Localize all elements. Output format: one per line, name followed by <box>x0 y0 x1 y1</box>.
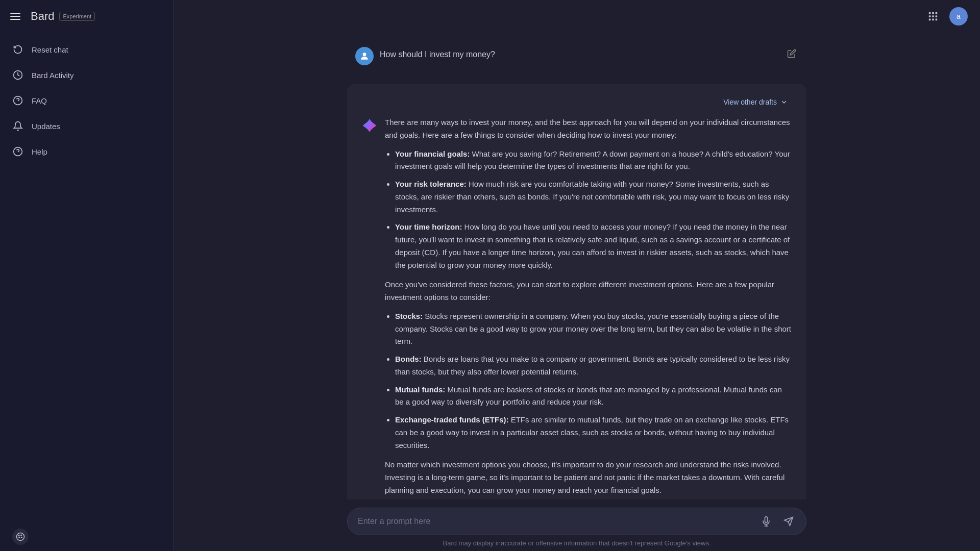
response-closing: No matter which investment options you c… <box>385 459 792 496</box>
input-area: Bard may display inaccurate or offensive… <box>174 499 980 551</box>
input-row <box>347 508 806 535</box>
svg-point-19 <box>363 53 366 56</box>
user-message: How should I invest my money? <box>347 41 806 71</box>
svg-rect-12 <box>936 12 938 14</box>
sidebar-item-reset-chat[interactable]: Reset chat <box>0 37 165 62</box>
sidebar-bottom <box>0 522 173 551</box>
sidebar-item-label-updates: Updates <box>32 122 60 131</box>
reset-chat-icon <box>12 44 23 55</box>
sidebar-item-label-faq: FAQ <box>32 96 47 105</box>
svg-rect-17 <box>932 19 934 21</box>
svg-point-7 <box>21 535 22 536</box>
svg-rect-13 <box>929 15 931 17</box>
sidebar-item-label-reset-chat: Reset chat <box>32 45 68 54</box>
send-button[interactable] <box>779 512 798 531</box>
view-drafts-label: View other drafts <box>723 98 777 106</box>
svg-rect-10 <box>929 12 931 14</box>
user-question-text: How should I invest my money? <box>380 47 779 59</box>
updates-icon <box>12 120 23 132</box>
bullet-bonds: Bonds: Bonds are loans that you make to … <box>395 353 792 379</box>
bullet-risk-tolerance: Your risk tolerance: How much risk are y… <box>395 178 792 216</box>
svg-point-9 <box>21 537 22 538</box>
user-avatar-button[interactable]: a <box>949 7 968 26</box>
sidebar-item-faq[interactable]: FAQ <box>0 88 165 113</box>
sidebar-item-label-bard-activity: Bard Activity <box>32 71 74 80</box>
response-intro: There are many ways to invest your money… <box>385 116 792 142</box>
svg-point-6 <box>18 535 19 536</box>
bullet-etfs: Exchange-traded funds (ETFs): ETFs are s… <box>395 414 792 452</box>
response-bullets-1: Your financial goals: What are you savin… <box>395 148 792 272</box>
bard-logo-icon <box>361 117 378 134</box>
svg-rect-11 <box>932 12 934 14</box>
sidebar: Bard Experiment Reset chat Bard Acti <box>0 0 174 551</box>
brand-area: Bard Experiment <box>31 10 95 23</box>
bard-activity-icon <box>12 69 23 81</box>
view-drafts-button[interactable]: View other drafts <box>719 96 792 108</box>
svg-point-8 <box>19 537 20 538</box>
topbar: a <box>911 0 980 33</box>
brand-name: Bard <box>31 10 54 23</box>
svg-rect-16 <box>929 19 931 21</box>
response-text: There are many ways to invest your money… <box>385 116 792 503</box>
bard-icon-area: There are many ways to invest your money… <box>361 116 792 503</box>
disclaimer-text: Bard may display inaccurate or offensive… <box>443 539 711 547</box>
bard-response-wrapper: View other drafts <box>347 84 806 546</box>
main-content: a How should I invest my money? <box>174 0 980 551</box>
apps-button[interactable] <box>923 6 943 27</box>
bard-response: View other drafts <box>347 84 806 546</box>
sidebar-item-label-help: Help <box>32 147 47 156</box>
svg-rect-14 <box>932 15 934 17</box>
bullet-financial-goals: Your financial goals: What are you savin… <box>395 148 792 173</box>
sidebar-item-help[interactable]: Help <box>0 139 165 164</box>
svg-point-5 <box>17 533 24 541</box>
chat-area: How should I invest my money? View other… <box>174 0 980 551</box>
sidebar-item-bard-activity[interactable]: Bard Activity <box>0 62 165 88</box>
sidebar-item-updates[interactable]: Updates <box>0 113 165 139</box>
chat-container: How should I invest my money? View other… <box>347 41 806 550</box>
settings-cookie-icon[interactable] <box>12 529 29 545</box>
edit-icon[interactable] <box>785 47 798 62</box>
faq-icon <box>12 95 23 106</box>
bullet-mutual-funds: Mutual funds: Mutual funds are baskets o… <box>395 384 792 409</box>
response-mid-text: Once you've considered these factors, yo… <box>385 279 792 304</box>
svg-rect-18 <box>936 19 938 21</box>
svg-rect-15 <box>936 15 938 17</box>
sidebar-nav: Reset chat Bard Activity FAQ <box>0 33 173 522</box>
experiment-badge: Experiment <box>59 12 95 21</box>
user-avatar <box>355 47 374 65</box>
response-bullets-2: Stocks: Stocks represent ownership in a … <box>395 310 792 452</box>
menu-icon[interactable] <box>10 10 22 22</box>
response-header: View other drafts <box>361 96 792 108</box>
prompt-input[interactable] <box>356 513 753 530</box>
help-icon <box>12 146 23 157</box>
bullet-time-horizon: Your time horizon: How long do you have … <box>395 221 792 271</box>
microphone-button[interactable] <box>757 512 775 531</box>
bullet-stocks: Stocks: Stocks represent ownership in a … <box>395 310 792 348</box>
sidebar-header: Bard Experiment <box>0 0 173 33</box>
